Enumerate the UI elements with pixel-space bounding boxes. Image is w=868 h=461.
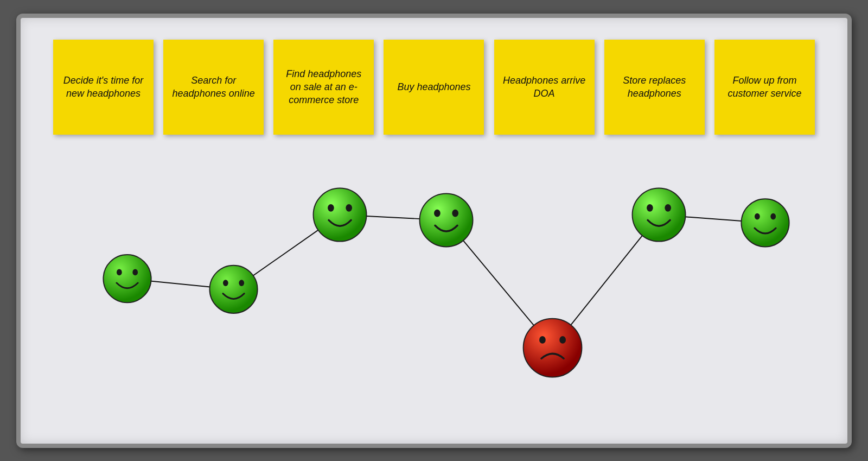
svg-point-15 xyxy=(633,188,686,241)
whiteboard: Decide it's time for new headphones Sear… xyxy=(16,14,852,448)
face-6-happy xyxy=(633,188,686,241)
svg-point-2 xyxy=(132,269,138,275)
svg-point-8 xyxy=(346,204,352,212)
svg-point-18 xyxy=(741,199,789,247)
svg-point-14 xyxy=(559,336,566,344)
svg-point-13 xyxy=(539,336,546,344)
svg-point-16 xyxy=(647,204,653,212)
svg-point-0 xyxy=(103,255,151,302)
face-5-sad xyxy=(524,318,582,377)
svg-point-10 xyxy=(434,209,441,217)
svg-point-19 xyxy=(755,213,760,219)
face-7-happy xyxy=(741,199,789,247)
svg-point-3 xyxy=(209,265,257,313)
svg-point-1 xyxy=(117,269,122,275)
svg-point-12 xyxy=(524,318,582,377)
journey-chart xyxy=(21,18,847,444)
svg-point-6 xyxy=(314,188,367,241)
svg-point-20 xyxy=(770,213,776,219)
face-3-happy xyxy=(314,188,367,241)
svg-point-9 xyxy=(420,193,473,247)
face-4-happy xyxy=(420,193,473,247)
svg-point-5 xyxy=(239,280,244,286)
face-2-happy xyxy=(209,265,257,313)
face-1-happy xyxy=(103,255,151,302)
svg-point-11 xyxy=(452,209,458,217)
svg-point-7 xyxy=(328,204,334,212)
svg-point-17 xyxy=(665,204,671,212)
svg-point-4 xyxy=(223,280,228,286)
